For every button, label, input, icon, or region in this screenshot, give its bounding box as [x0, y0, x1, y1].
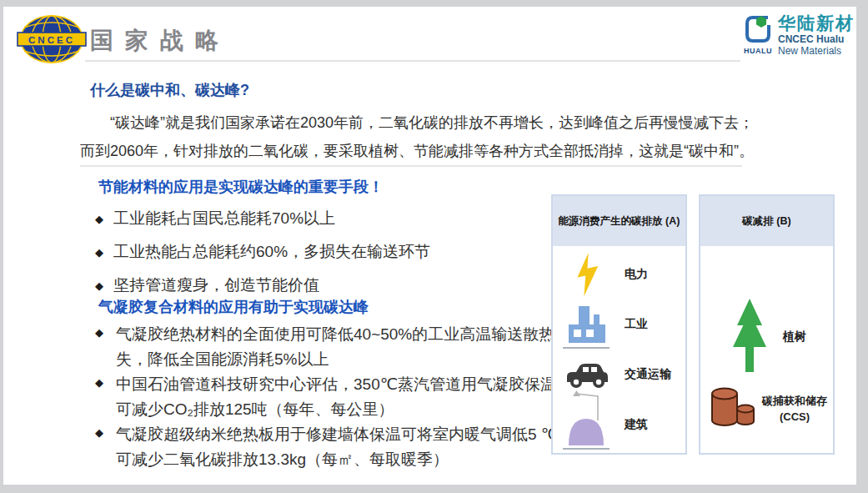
intro-paragraph: “碳达峰”就是我们国家承诺在2030年前，二氧化碳的排放不再增长，达到峰值之后再…	[80, 108, 789, 165]
list-item: ◆ 气凝胶超级纳米绝热板用于修建墙体保温可将室内暖气调低5 ℃， 可减少二氧化碳…	[95, 422, 562, 472]
list-item: ◆ 工业热能占总能耗约60%，多损失在输送环节	[95, 235, 430, 269]
bullet-diamond-icon: ◆	[95, 213, 103, 225]
hualu-logo-word: HUALU	[742, 47, 774, 55]
page-title: 国家战略	[90, 25, 230, 57]
cncec-logo-text: CNCEC	[28, 35, 75, 45]
panel-a-title: 能源消费产生的碳排放 (A)	[553, 196, 685, 246]
panel-a-row-industry: 工业	[553, 299, 685, 350]
carbon-emission-panel: 能源消费产生的碳排放 (A) 电力	[551, 194, 687, 455]
energy-bullet-list: ◆ 工业能耗占国民总能耗70%以上 ◆ 工业热能占总能耗约60%，多损失在输送环…	[95, 202, 430, 302]
hualu-logo: HUALU 华陆新材 CNCEC Hualu New Materials	[742, 13, 855, 57]
bullet-diamond-icon: ◆	[95, 279, 103, 292]
slide: CNCEC 国家战略 HUALU 华陆新材 CNCEC Hualu New Ma…	[3, 7, 856, 485]
energy-section-heading: 节能材料的应用是实现碳达峰的重要手段！	[98, 177, 384, 197]
factory-icon	[563, 303, 611, 346]
list-item: ◆ 工业能耗占国民总能耗70%以上	[95, 202, 430, 235]
hualu-name-en1: CNCEC Hualu	[778, 33, 855, 45]
ccs-label: 碳捕获和储存 (CCS)	[762, 393, 827, 425]
bullet-diamond-icon: ◆	[95, 376, 103, 389]
cncec-logo: CNCEC	[17, 12, 87, 67]
carbon-reduction-panel: 碳减排 (B) 植树	[699, 194, 835, 455]
panel-b-row-ccs: 碳捕获和储存 (CCS)	[700, 381, 833, 436]
panel-a-row-building: 建筑	[553, 400, 685, 450]
aerogel-bullet-list: ◆ 气凝胶绝热材料的全面使用可降低40~50%的工业高温输送散热损 失，降低全国…	[95, 322, 562, 472]
intro-line-2: 而到2060年，针对排放的二氧化碳，要采取植树、节能减排等各种方式全部抵消掉，这…	[80, 137, 789, 165]
panel-a-row-electricity: 电力	[553, 249, 685, 299]
hualu-name-en2: New Materials	[778, 45, 855, 57]
lightning-icon	[563, 252, 611, 297]
panel-b-row-tree: 植树	[700, 293, 833, 381]
tree-icon	[728, 295, 771, 379]
panel-b-title: 碳减排 (B)	[700, 196, 833, 246]
section-divider	[80, 165, 742, 167]
header-divider	[85, 60, 740, 62]
building-icon	[563, 402, 611, 447]
list-item: ◆ 气凝胶绝热材料的全面使用可降低40~50%的工业高温输送散热损 失，降低全国…	[95, 322, 562, 372]
car-icon	[563, 360, 611, 390]
hualu-name-cn: 华陆新材	[778, 13, 855, 33]
bullet-diamond-icon: ◆	[95, 246, 103, 259]
ground-line	[563, 347, 610, 349]
bullet-diamond-icon: ◆	[95, 426, 103, 439]
hualu-logo-icon: HUALU	[742, 13, 774, 55]
aerogel-section-heading: 气凝胶复合材料的应用有助于实现碳达峰	[98, 297, 369, 317]
bullet-diamond-icon: ◆	[95, 326, 103, 339]
ground-line	[563, 448, 610, 450]
intro-heading: 什么是碳中和、碳达峰?	[90, 80, 249, 100]
barrels-icon	[707, 385, 759, 432]
intro-line-1: “碳达峰”就是我们国家承诺在2030年前，二氧化碳的排放不再增长，达到峰值之后再…	[80, 108, 789, 137]
list-item: ◆ 中国石油管道科技研究中心评估，350℃蒸汽管道用气凝胶保温， 可减少CO₂排…	[95, 372, 562, 422]
